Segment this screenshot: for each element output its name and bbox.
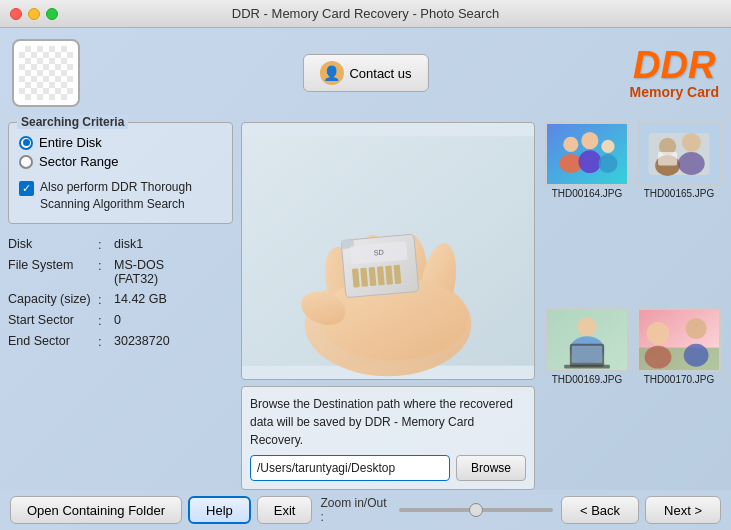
path-input[interactable] [250,455,450,481]
left-panel: Searching Criteria Entire Disk Sector Ra… [8,122,233,490]
svg-point-44 [684,344,709,367]
thumbnail-image-3 [545,308,629,372]
info-val-capacity: 14.42 GB [114,292,167,306]
svg-point-29 [682,133,701,152]
help-button[interactable]: Help [188,496,251,524]
minimize-button[interactable] [28,8,40,20]
thumbnail-1[interactable]: THD00164.JPG [543,122,631,304]
svg-point-42 [645,346,672,369]
thumbnail-label-4: THD00170.JPG [644,374,715,385]
svg-point-34 [577,317,596,336]
info-val-end-sector: 30238720 [114,334,170,348]
svg-point-41 [647,322,670,345]
thumbnail-image-4 [637,308,721,372]
bottom-left-buttons: Open Containing Folder Help Exit [10,496,312,524]
brand-name: DDR [630,46,719,84]
radio-entire-disk[interactable]: Entire Disk [19,135,222,150]
thumbnail-4[interactable]: THD00170.JPG [635,308,723,490]
searching-criteria-panel: Searching Criteria Entire Disk Sector Ra… [8,122,233,224]
info-key-start-sector: Start Sector [8,313,98,327]
thumb-svg-4 [639,308,719,372]
next-button[interactable]: Next > [645,496,721,524]
svg-point-22 [578,150,601,173]
radio-sector-range[interactable]: Sector Range [19,154,222,169]
sd-card-illustration: SD [242,123,534,379]
checkbox-icon: ✓ [19,181,34,196]
thumb-svg-1 [547,122,627,186]
info-key-filesystem: File System [8,258,98,272]
radio-group: Entire Disk Sector Range [19,135,222,169]
titlebar: DDR - Memory Card Recovery - Photo Searc… [0,0,731,28]
thorough-scan-checkbox[interactable]: ✓ Also perform DDR Thorough Scanning Alg… [19,179,222,213]
window-title: DDR - Memory Card Recovery - Photo Searc… [232,6,499,21]
info-key-capacity: Capacity (size) [8,292,98,306]
browse-button[interactable]: Browse [456,455,526,481]
info-row-start-sector: Start Sector : 0 [8,310,233,331]
header: 👤 Contact us DDR Memory Card [0,28,731,118]
thumb-svg-2 [639,122,719,186]
info-val-disk: disk1 [114,237,143,251]
nav-buttons: < Back Next > [561,496,721,524]
info-row-filesystem: File System : MS-DOS(FAT32) [8,255,233,289]
svg-point-21 [581,132,598,149]
thumbnail-label-2: THD00165.JPG [644,188,715,199]
thumbnail-image-1 [545,122,629,186]
zoom-label: Zoom in/Out : [320,496,390,524]
svg-rect-38 [564,365,610,369]
maximize-button[interactable] [46,8,58,20]
brand-area: DDR Memory Card [630,46,719,100]
radio-sector-range-circle [19,155,33,169]
thumbnail-3[interactable]: THD00169.JPG [543,308,631,490]
svg-point-24 [598,154,617,173]
info-key-disk: Disk [8,237,98,251]
svg-point-19 [563,137,578,152]
exit-button[interactable]: Exit [257,496,313,524]
checkbox-label: Also perform DDR Thorough Scanning Algor… [40,179,222,213]
radio-entire-disk-label: Entire Disk [39,135,102,150]
thumbnail-label-1: THD00164.JPG [552,188,623,199]
criteria-legend: Searching Criteria [17,115,128,129]
info-row-disk: Disk : disk1 [8,234,233,255]
brand-subtitle: Memory Card [630,84,719,100]
svg-point-43 [686,318,707,339]
browse-description: Browse the Destination path where the re… [250,395,526,449]
thumbnail-image-2 [637,122,721,186]
info-val-filesystem: MS-DOS(FAT32) [114,258,164,286]
thumbnail-2[interactable]: THD00165.JPG [635,122,723,304]
thumb-svg-3 [547,308,627,372]
svg-text:SD: SD [373,248,384,258]
main-image-area: SD [241,122,535,380]
info-row-end-sector: End Sector : 30238720 [8,331,233,352]
thumbnail-panel: THD00164.JPG THD00165.JPG [543,122,723,490]
window-controls [10,8,58,20]
browse-input-row: Browse [250,455,526,481]
disk-info-table: Disk : disk1 File System : MS-DOS(FAT32)… [8,234,233,352]
svg-rect-31 [658,152,677,165]
logo-icon [12,39,80,107]
radio-entire-disk-circle [19,136,33,150]
thumbnail-label-3: THD00169.JPG [552,374,623,385]
logo-checkerboard [19,46,73,100]
browse-panel: Browse the Destination path where the re… [241,386,535,490]
contact-button[interactable]: 👤 Contact us [302,54,428,92]
zoom-area: Zoom in/Out : [320,496,553,524]
person-icon: 👤 [319,61,343,85]
info-val-start-sector: 0 [114,313,121,327]
svg-rect-37 [572,346,602,363]
main-area: 👤 Contact us DDR Memory Card Searching C… [0,28,731,530]
info-row-capacity: Capacity (size) : 14.42 GB [8,289,233,310]
close-button[interactable] [10,8,22,20]
svg-point-30 [678,152,705,175]
content-row: Searching Criteria Entire Disk Sector Ra… [0,118,731,490]
info-key-end-sector: End Sector [8,334,98,348]
radio-sector-range-label: Sector Range [39,154,119,169]
center-panel: SD Browse the Destination path where the… [241,122,535,490]
bottom-bar: Open Containing Folder Help Exit Zoom in… [0,490,731,530]
open-folder-button[interactable]: Open Containing Folder [10,496,182,524]
zoom-slider[interactable] [399,508,553,512]
svg-point-23 [601,140,614,153]
back-button[interactable]: < Back [561,496,639,524]
